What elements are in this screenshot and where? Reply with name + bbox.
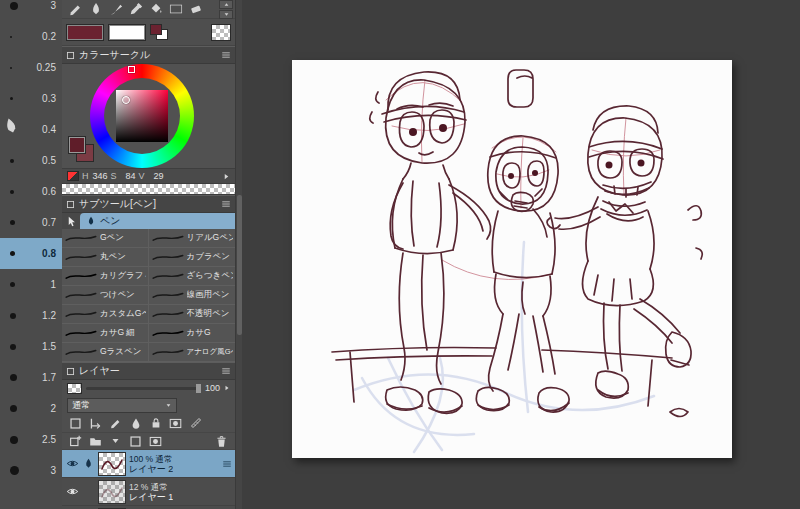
expand-corner-icon[interactable] [223,173,230,180]
panel-menu-icon[interactable] [221,199,231,209]
pen-item[interactable]: カサG [149,324,236,342]
h-value[interactable]: 346 [92,171,108,181]
pen-item[interactable]: ざらつきペン [149,267,236,285]
new-layer-icon[interactable] [68,434,83,448]
lock-layer-icon[interactable] [148,416,163,430]
pencil-tool-icon[interactable] [67,2,84,17]
stroke-preview-icon [64,251,98,263]
sub-color-swatch[interactable] [108,24,146,41]
pen-item[interactable]: つけペン [62,286,149,304]
pen-item[interactable]: 丸ペン [62,248,149,266]
pen-name: カサG [187,327,211,339]
eyedropper-tool-icon[interactable] [127,2,144,17]
pen-item[interactable]: アナログ風Gペン(墨っぽ [149,343,236,361]
visibility-eye-icon[interactable] [65,485,79,498]
pen-item[interactable]: カスタムGペン [62,305,149,323]
panel-menu-icon[interactable] [221,50,231,60]
delete-layer-icon[interactable] [214,434,229,448]
brush-size-item[interactable]: 0.2 [0,21,62,52]
opacity-chip-icon[interactable] [67,383,82,394]
layer-name[interactable]: レイヤー 1 [129,492,173,502]
pen-item[interactable]: カリグラフィ [62,267,149,285]
layer-thumbnail[interactable] [98,480,126,504]
brush-size-item[interactable]: 1.7 [0,362,62,393]
dock-scrollbar[interactable] [235,0,242,509]
brush-size-item[interactable]: 3 [0,0,62,21]
opacity-slider[interactable] [86,387,201,390]
pen-item[interactable]: Gペン [62,229,149,247]
brush-size-label: 3 [50,465,56,476]
hsv-mode-icon[interactable] [67,171,79,181]
clipping-icon[interactable] [88,416,103,430]
gradient-tool-icon[interactable] [167,2,184,17]
brush-size-item[interactable]: 0.7 [0,207,62,238]
brush-size-item[interactable]: 2 [0,393,62,424]
brush-size-item[interactable]: 3 [0,455,62,486]
eraser-tool-icon[interactable] [187,2,204,17]
transparent-color-swatch[interactable] [211,24,231,41]
canvas-area[interactable] [242,0,800,509]
pen-name: カサG 細 [100,327,135,339]
opacity-value[interactable]: 100 [205,383,220,393]
tab-pen-label: ペン [100,214,120,228]
visibility-eye-icon[interactable] [65,457,79,470]
brush-size-item[interactable]: 0.3 [0,83,62,114]
sv-marker[interactable] [122,96,130,104]
scroll-up-icon[interactable] [219,0,233,9]
hsv-readout: H 346 S 84 V 29 [62,168,235,183]
opacity-stepper-icon[interactable] [224,385,230,391]
layer-name[interactable]: レイヤー 2 [129,464,173,474]
layer-thumbnail[interactable] [98,452,126,476]
pen-item[interactable]: リアルGペン [149,229,236,247]
layer-mask-icon[interactable] [148,434,163,448]
pen-item[interactable]: カサG 細 [62,324,149,342]
brush-size-item[interactable]: 1.5 [0,331,62,362]
brush-size-label: 0.25 [37,62,56,73]
panel-menu-icon[interactable] [221,366,231,376]
stroke-preview-icon [151,289,185,301]
s-value[interactable]: 84 [120,171,136,181]
merge-down-icon[interactable] [108,434,123,448]
layer-row-menu-icon[interactable] [222,459,232,469]
canvas-page[interactable] [292,60,732,458]
new-folder-icon[interactable] [88,434,103,448]
blend-mode-select[interactable]: 通常 [67,398,177,413]
current-color-swatch[interactable] [68,136,86,154]
pen-item[interactable]: カブラペン [149,248,236,266]
hue-marker[interactable] [128,66,135,73]
brush-size-item[interactable]: 1 [0,269,62,300]
brush-size-item[interactable]: 0.25 [0,52,62,83]
draft-layer-icon[interactable] [108,416,123,430]
brush-tool-icon[interactable] [107,2,124,17]
layer-row[interactable]: 12 % 通常 レイヤー 1 [62,478,235,506]
duplicate-layer-icon[interactable] [128,434,143,448]
brush-size-item[interactable]: 0.6 [0,176,62,207]
brush-size-item-selected[interactable]: 0.8 [0,238,62,269]
fill-tool-icon[interactable] [147,2,164,17]
blend-mode-value: 通常 [72,399,90,412]
main-color-swatch[interactable] [66,24,104,41]
pen-list-row: Gペン リアルGペン [62,229,235,248]
pen-item[interactable]: 線画用ペン [149,286,236,304]
pen-item[interactable]: Gラスペン [62,343,149,361]
stroke-preview-icon [151,270,185,282]
brush-size-item[interactable]: 2.5 [0,424,62,455]
ruler-icon[interactable] [188,416,203,430]
brush-size-item[interactable]: 0.5 [0,145,62,176]
brush-dot-icon [10,466,19,475]
layer-row-selected[interactable]: 100 % 通常 レイヤー 2 [62,450,235,478]
pen-list-row: つけペン 線画用ペン [62,286,235,305]
v-value[interactable]: 29 [148,171,164,181]
lock-alpha-icon[interactable] [68,416,83,430]
reference-layer-icon[interactable] [128,416,143,430]
scroll-down-icon[interactable] [219,10,233,19]
tab-pen[interactable]: ペン [80,213,235,229]
dual-color-icon[interactable] [150,24,168,40]
color-circle-header: カラーサークル [62,46,235,64]
pen-name: Gラスペン [100,346,141,358]
pen-name: Gペン [100,232,124,244]
pen-tool-icon[interactable] [87,2,104,17]
mask-icon[interactable] [168,416,183,430]
brush-size-item[interactable]: 1.2 [0,300,62,331]
pen-item[interactable]: 不透明ペン [149,305,236,323]
